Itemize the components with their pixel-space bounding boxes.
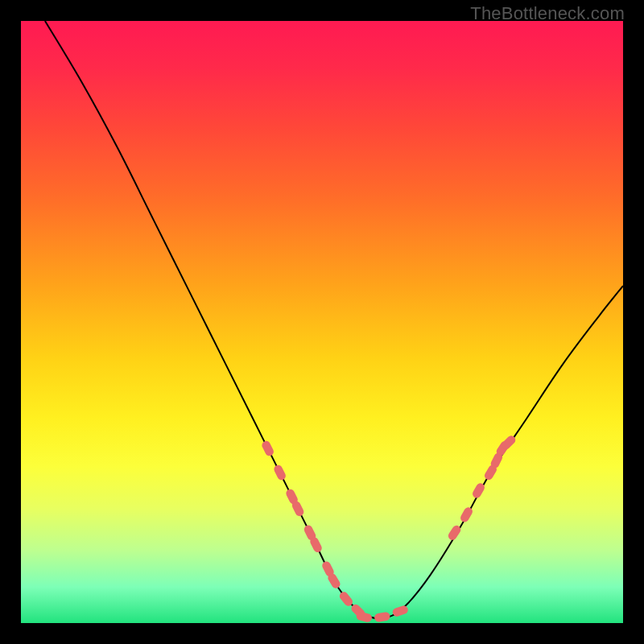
- highlight-dash: [356, 611, 373, 623]
- watermark-text: TheBottleneck.com: [470, 3, 625, 24]
- curve-layer: [45, 21, 623, 619]
- highlight-dash: [273, 464, 287, 481]
- dots-layer: [261, 434, 518, 623]
- chart-svg: [21, 21, 623, 623]
- bottleneck-curve-path: [45, 21, 623, 619]
- plot-area: [21, 21, 623, 623]
- highlight-dash: [261, 440, 275, 457]
- highlight-dash: [391, 605, 409, 617]
- highlight-dash: [374, 612, 390, 623]
- outer-frame: TheBottleneck.com: [0, 0, 644, 644]
- highlight-dash: [459, 506, 474, 523]
